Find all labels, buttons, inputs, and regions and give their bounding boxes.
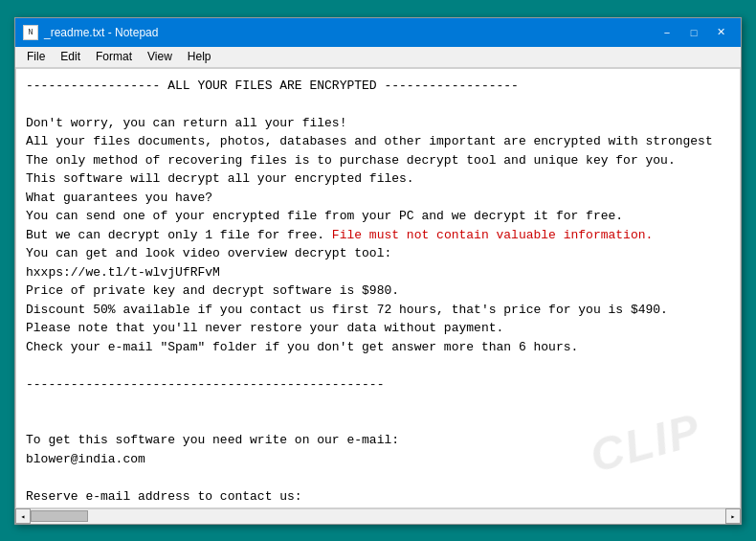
scroll-right-button[interactable]: ▸ <box>725 508 741 524</box>
window-title: _readme.txt - Notepad <box>44 26 655 39</box>
text-line: Discount 50% available if you contact us… <box>26 301 730 320</box>
scrollbar-track[interactable] <box>31 509 725 523</box>
text-line <box>26 394 730 413</box>
scroll-left-button[interactable]: ◂ <box>15 508 31 524</box>
text-line: This software will decrypt all your encr… <box>26 169 730 189</box>
text-line <box>26 95 730 114</box>
menu-bar: File Edit Format View Help <box>15 47 741 68</box>
notepad-window: N _readme.txt - Notepad − □ ✕ File Edit … <box>14 17 742 525</box>
title-bar: N _readme.txt - Notepad − □ ✕ <box>15 18 741 47</box>
text-line: The only method of recovering files is t… <box>26 151 730 170</box>
scrollbar-thumb[interactable] <box>31 510 88 522</box>
menu-view[interactable]: View <box>140 48 180 65</box>
app-icon: N <box>23 25 38 40</box>
close-button[interactable]: ✕ <box>708 23 733 42</box>
text-line <box>26 468 730 487</box>
horizontal-scrollbar[interactable]: ◂ ▸ <box>15 508 741 524</box>
menu-edit[interactable]: Edit <box>53 48 88 65</box>
text-line: Don't worry, you can return all your fil… <box>26 114 730 133</box>
text-editor[interactable]: ------------------ ALL YOUR FILES ARE EN… <box>16 69 740 507</box>
window-controls: − □ ✕ <box>655 23 733 42</box>
text-line: ----------------------------------------… <box>26 375 730 394</box>
menu-file[interactable]: File <box>19 48 53 65</box>
text-line: All your files documents, photos, databa… <box>26 132 730 151</box>
text-line: Reserve e-mail address to contact us: <box>26 487 730 507</box>
text-line: What guarantees you have? <box>26 189 730 208</box>
text-line: blower@india.com <box>26 450 730 469</box>
content-area: ------------------ ALL YOUR FILES ARE EN… <box>15 68 741 508</box>
text-line: You can send one of your encrypted file … <box>26 207 730 226</box>
maximize-button[interactable]: □ <box>681 23 706 42</box>
text-line: To get this software you need write on o… <box>26 431 730 450</box>
menu-format[interactable]: Format <box>88 48 140 65</box>
text-line: Price of private key and decrypt softwar… <box>26 282 730 301</box>
text-line: But we can decrypt only 1 file for free.… <box>26 226 730 245</box>
menu-help[interactable]: Help <box>180 48 219 65</box>
text-line: You can get and look video overview decr… <box>26 244 730 263</box>
minimize-button[interactable]: − <box>655 23 679 42</box>
text-line <box>26 356 730 375</box>
text-line: Please note that you'll never restore yo… <box>26 319 730 338</box>
text-line: hxxps://we.tl/t-wlvjUfRFvM <box>26 263 730 282</box>
text-line: blower@firemail.cc <box>26 506 730 507</box>
text-line: ------------------ ALL YOUR FILES ARE EN… <box>26 77 730 96</box>
text-line: Check your e-mail "Spam" folder if you d… <box>26 338 730 357</box>
text-line <box>26 413 730 432</box>
